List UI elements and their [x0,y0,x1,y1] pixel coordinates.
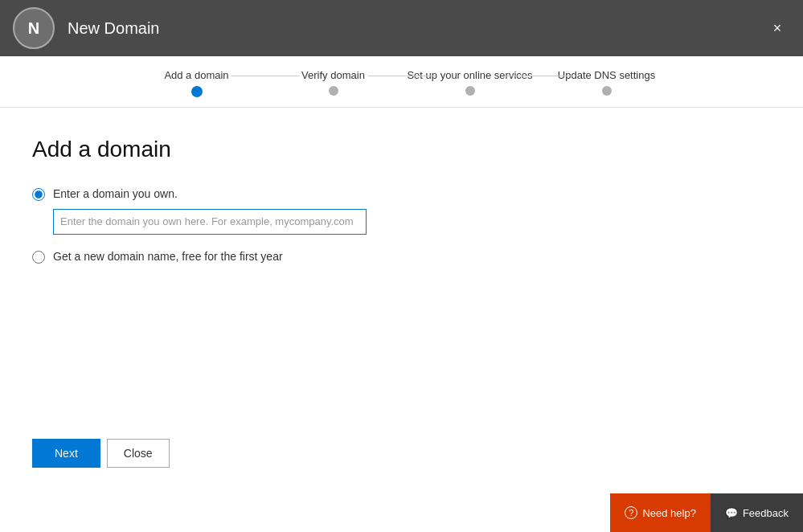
page-title: Add a domain [32,137,771,162]
main-content: Add a domain Enter a domain you own. Get… [0,108,803,280]
steps-bar: Add a domain Verify domain Set up your o… [0,56,803,108]
bottom-bar: ? Need help? 💬 Feedback [610,493,803,532]
footer-buttons: Next Close [32,439,170,468]
step-set-online-services: Set up your online services [402,69,539,96]
step-update-dns: Update DNS settings [539,69,675,96]
header: N New Domain × [0,0,803,56]
close-button[interactable]: Close [107,439,170,468]
radio-new-domain[interactable] [32,251,45,264]
domain-options: Enter a domain you own. Get a new domain… [32,186,771,264]
step-dot-4 [602,86,612,96]
step-add-domain: Add a domain [129,69,265,97]
option-new-domain: Get a new domain name, free for the firs… [32,249,771,265]
help-icon: ? [625,506,637,519]
domain-input[interactable] [53,209,367,235]
feedback-icon: 💬 [725,507,738,519]
option-own-domain: Enter a domain you own. [32,186,771,235]
feedback-label: Feedback [743,507,789,519]
radio-own-domain[interactable] [32,188,45,201]
step-dot-2 [329,86,338,96]
need-help-button[interactable]: ? Need help? [610,493,711,532]
step-dot-1 [191,86,203,97]
step-verify-domain: Verify domain [265,69,402,96]
new-domain-label[interactable]: Get a new domain name, free for the firs… [53,249,283,265]
dialog-close-button[interactable]: × [764,15,790,41]
own-domain-label[interactable]: Enter a domain you own. [53,187,178,200]
help-label: Need help? [642,507,696,519]
next-button[interactable]: Next [32,439,100,468]
dialog-title: New Domain [68,19,159,38]
feedback-button[interactable]: 💬 Feedback [711,493,803,532]
step-dot-3 [465,86,475,96]
avatar: N [13,7,55,49]
